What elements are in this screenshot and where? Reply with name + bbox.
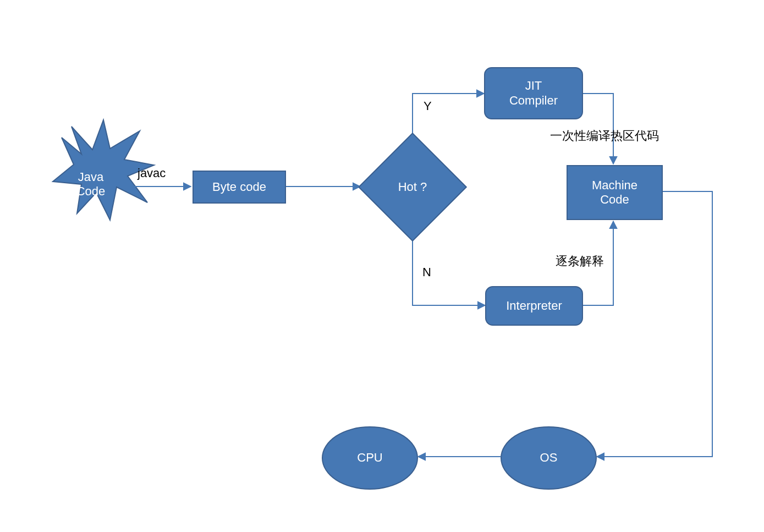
edge-label-jit-note: 一次性编译热区代码 xyxy=(550,128,659,144)
node-os-label: OS xyxy=(540,451,558,465)
node-machine-code-label: Machine Code xyxy=(592,178,637,207)
edge-label-yes: Y xyxy=(424,99,432,113)
node-hot-label: Hot ? xyxy=(398,180,427,194)
edge-label-no: N xyxy=(422,265,431,279)
node-jit-compiler: JIT Compiler xyxy=(484,67,583,119)
edge-machine-os xyxy=(597,191,712,457)
node-java-code: Java Code xyxy=(33,138,149,231)
node-cpu: CPU xyxy=(322,426,418,490)
node-jit-label: JIT Compiler xyxy=(509,79,558,108)
node-interpreter-label: Interpreter xyxy=(506,299,562,313)
edge-label-javac: javac xyxy=(138,166,166,180)
node-machine-code: Machine Code xyxy=(567,165,663,220)
edge-label-interp-note: 逐条解释 xyxy=(556,253,604,270)
node-java-code-label: Java Code xyxy=(76,170,106,199)
node-byte-code: Byte code xyxy=(193,171,286,204)
node-hot-decision: Hot ? xyxy=(374,149,451,226)
node-byte-code-label: Byte code xyxy=(212,180,266,194)
node-cpu-label: CPU xyxy=(357,451,382,465)
flow-diagram: Java Code Byte code Hot ? JIT Compiler I… xyxy=(0,0,764,532)
node-interpreter: Interpreter xyxy=(485,286,583,326)
node-os: OS xyxy=(501,426,597,490)
